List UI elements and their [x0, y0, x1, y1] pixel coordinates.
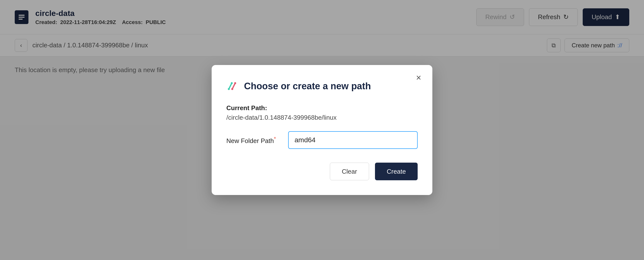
clear-label: Clear	[342, 168, 357, 175]
folder-path-input[interactable]	[288, 131, 418, 149]
modal-actions: Clear Create	[226, 162, 418, 180]
folder-path-row: New Folder Path*	[226, 131, 418, 149]
svg-point-5	[231, 88, 233, 90]
svg-point-3	[228, 88, 230, 90]
clear-button[interactable]: Clear	[330, 162, 369, 180]
modal-close-button[interactable]: ×	[413, 72, 424, 84]
folder-path-label: New Folder Path*	[226, 136, 280, 145]
modal-dialog: × Choose or create a new path Current Pa…	[212, 65, 432, 195]
create-label: Create	[387, 168, 406, 175]
modal-overlay: × Choose or create a new path Current Pa…	[0, 0, 644, 260]
svg-point-4	[231, 82, 233, 84]
create-button[interactable]: Create	[375, 162, 418, 180]
close-icon: ×	[416, 73, 421, 82]
modal-title: Choose or create a new path	[244, 81, 371, 92]
svg-point-6	[234, 82, 236, 84]
current-path-value: /circle-data/1.0.148874-399968be/linux	[226, 114, 418, 122]
modal-header: Choose or create a new path	[226, 80, 418, 92]
current-path-label: Current Path:	[226, 104, 418, 112]
brand-logo	[226, 80, 239, 92]
